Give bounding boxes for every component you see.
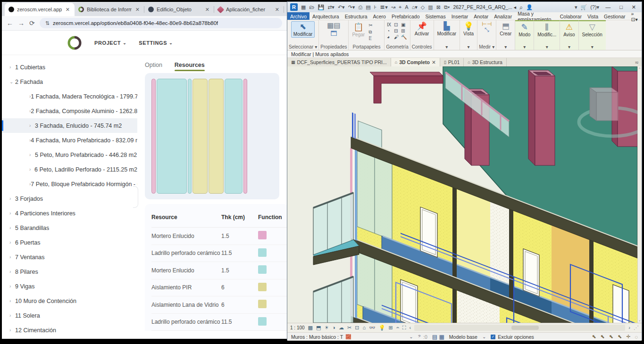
ribbon-tab[interactable]: Sistemas: [422, 12, 448, 20]
cope-icon[interactable]: Ⅸ: [387, 22, 393, 28]
modify-wall-button[interactable]: ▙ Modificar: [435, 21, 459, 37]
material-browser-icon[interactable]: ▦▤: [327, 21, 340, 30]
view-tab[interactable]: ⌂3D Completo✕: [391, 58, 440, 66]
ribbon-tab[interactable]: Arquitectura: [309, 12, 342, 20]
minimize-button[interactable]: —: [602, 4, 613, 10]
ribbon-tab[interactable]: Colaborar: [557, 12, 585, 20]
modify-button[interactable]: ⬉ Modificar: [291, 21, 315, 38]
chevron-icon[interactable]: ›: [9, 196, 15, 201]
table-row[interactable]: Aislamiento Lana de Vidrio 6: [151, 296, 287, 314]
match-type-icon[interactable]: 𝔼: [368, 36, 372, 41]
store-cart-icon[interactable]: 🛒: [580, 5, 587, 10]
tree-item[interactable]: › 5 Peto, Muro Prefabricado - 446.28 m2: [2, 147, 137, 162]
tab-close-icon[interactable]: ✕: [134, 7, 141, 13]
scroll-right-icon[interactable]: ›: [628, 325, 630, 330]
resize-grip-icon[interactable]: ⋰: [634, 325, 639, 330]
back-icon[interactable]: ←: [7, 20, 13, 26]
ribbon-tab[interactable]: Gestionar: [601, 12, 628, 20]
properties-icon[interactable]: 🗔: [330, 30, 337, 37]
browser-tab[interactable]: Edificio_Objeto ✕: [144, 3, 214, 16]
chevron-icon[interactable]: ›: [9, 298, 15, 303]
chevron-icon[interactable]: ›: [9, 313, 15, 318]
tree-item[interactable]: › 1 Cubiertas: [2, 60, 137, 74]
tree-item[interactable]: › 3 Fachada, Enlucido - 745.74 m2: [2, 118, 137, 133]
dropdown-icon[interactable]: ⌄: [482, 334, 486, 339]
project-menu[interactable]: PROJECT⌄: [94, 40, 126, 46]
tree-item[interactable]: › 5 Barandillas: [2, 221, 137, 235]
ribbon-tab[interactable]: Estructura: [342, 12, 370, 20]
tree-item[interactable]: › 9 Vigas: [2, 279, 137, 294]
close-button[interactable]: ✕: [629, 4, 639, 10]
cut-geometry-icon[interactable]: ⊡: [394, 22, 401, 28]
ribbon-tab[interactable]: Anotar: [471, 12, 491, 20]
chevron-icon[interactable]: ›: [29, 167, 34, 172]
table-row[interactable]: Mortero Enlucido 1.5: [151, 228, 287, 245]
address-bar[interactable]: ⇅ zeroscm.vercel.app/option/eb8a0408-f04…: [40, 18, 282, 28]
tree-item[interactable]: ⌄ 2 Fachada: [2, 74, 137, 89]
table-row[interactable]: Mortero Enlucido 1.5: [151, 262, 287, 279]
offset-icon[interactable]: ◔: [387, 28, 393, 34]
user-account-icon[interactable]: 👤: [526, 5, 533, 10]
browser-tab[interactable]: Aplicación_ficher ✕: [214, 3, 284, 16]
table-row[interactable]: Aislamiento PIR 6: [151, 279, 287, 297]
chevron-icon[interactable]: ›: [29, 152, 35, 157]
selection-filter-button[interactable]: ▽ Selección: [580, 22, 604, 38]
view-button[interactable]: 💡 Vista: [461, 21, 476, 37]
angle-icon[interactable]: ⤡: [485, 27, 489, 33]
reload-icon[interactable]: ⟳: [29, 20, 35, 26]
tree-item[interactable]: › 12 Cimentación: [2, 323, 137, 337]
chevron-icon[interactable]: ›: [9, 284, 15, 289]
edit-mode-button[interactable]: ✎ Modo: [517, 22, 532, 38]
view-tab[interactable]: ▦DCF_Superficies_PUERTAS TIPO PRI...: [287, 58, 391, 66]
design-options-icons[interactable]: ▤ ▦: [432, 334, 444, 340]
tree-item[interactable]: › 3 Forjados: [2, 191, 137, 206]
paint-icon[interactable]: 🖌: [394, 34, 401, 40]
table-row[interactable]: Ladrillo perforado cerámico 11.5: [151, 245, 287, 262]
tree-item[interactable]: › 8 Pilares: [2, 264, 137, 279]
tree-item[interactable]: › 6 Puertas: [2, 235, 137, 250]
tab-close-icon[interactable]: ✕: [204, 7, 210, 13]
search-icon[interactable]: ⌕: [519, 4, 523, 10]
exclude-options-checkbox[interactable]: ✓: [491, 335, 495, 339]
dropdown-icon[interactable]: ▾: [575, 5, 577, 10]
join-icon[interactable]: ▣: [401, 22, 408, 28]
warning-button[interactable]: ⚠ Aviso: [561, 22, 577, 38]
browser-tab[interactable]: Biblioteca de Información ✕: [75, 3, 144, 16]
demolish-icon[interactable]: 🔨: [401, 34, 408, 40]
site-info-icon[interactable]: ⇅: [45, 20, 50, 26]
settings-menu[interactable]: SETTINGS⌄: [139, 40, 173, 46]
ribbon-tab-overflow[interactable]: » ⊡▾: [628, 12, 642, 20]
ribbon-tab[interactable]: Masa y emplazamiento: [515, 12, 557, 20]
tree-item[interactable]: › 1 Fachada, Madera Tecnológica - 1799.7…: [2, 89, 137, 104]
ribbon-tab[interactable]: Acero: [370, 12, 389, 20]
3d-viewport[interactable]: ˄˅: [287, 66, 642, 323]
view-tab[interactable]: ⌂3D Estructura: [464, 58, 507, 66]
chevron-icon[interactable]: ›: [9, 269, 15, 274]
tree-item[interactable]: › 10 Muro de Contención: [2, 294, 137, 308]
ribbon-tab[interactable]: Insertar: [449, 12, 471, 20]
fill-icon[interactable]: ◕: [387, 34, 393, 40]
chevron-icon[interactable]: ›: [29, 123, 35, 128]
tab-close-icon[interactable]: ✕: [274, 7, 280, 13]
modify-stacked-button[interactable]: ⫼ Modific...: [535, 22, 558, 38]
revit-logo[interactable]: R: [290, 3, 298, 11]
create-button[interactable]: ⬒ Crear: [498, 21, 513, 37]
paste-button[interactable]: 📋 Pegar: [350, 22, 367, 38]
tree-item[interactable]: › 4 Fachada, Muro Prefabricado - 832.09 …: [2, 133, 137, 147]
tab-option[interactable]: Option: [145, 57, 162, 73]
wall-joins-icon[interactable]: ⊞: [401, 28, 408, 34]
tree-item[interactable]: › 6 Peto, Ladrillo Perforado - 2115.25 m…: [2, 162, 137, 177]
tree-item[interactable]: › 2 Fachada, Composite Aluminio - 1262.8…: [2, 104, 137, 118]
browser-tab[interactable]: zeroscm.vercel.app/option/eb8 ✕: [5, 3, 75, 16]
ribbon-tab[interactable]: Prefabricado: [389, 12, 423, 20]
ribbon-tab[interactable]: Vista: [585, 12, 601, 20]
activate-button[interactable]: 📌 Activar: [413, 21, 431, 37]
design-option-select[interactable]: Modelo base: [449, 334, 477, 340]
scale-control[interactable]: 1 : 100: [290, 325, 305, 330]
table-row[interactable]: Ladrillo perforado cerámico 11.5: [151, 314, 287, 331]
chevron-icon[interactable]: ›: [9, 254, 15, 260]
dropdown-icon[interactable]: ⌄: [409, 334, 413, 339]
view-tab-close-icon[interactable]: ✕: [432, 59, 436, 65]
help-icon[interactable]: (?)▾: [590, 5, 599, 10]
chevron-icon[interactable]: ⌄: [9, 79, 15, 84]
